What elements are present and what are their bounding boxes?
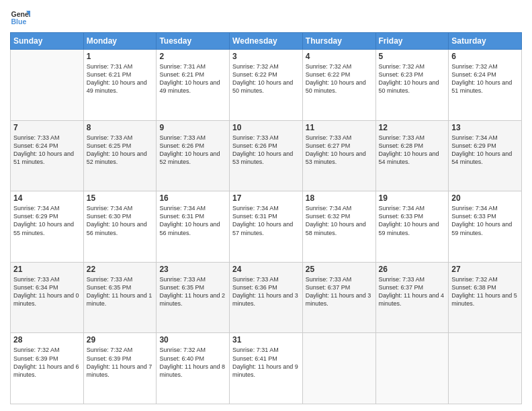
day-number: 10 — [232, 123, 300, 132]
day-cell: 28Sunrise: 7:32 AMSunset: 6:39 PMDayligh… — [11, 333, 84, 404]
day-info: Sunrise: 7:33 AMSunset: 6:26 PMDaylight:… — [159, 134, 226, 167]
day-number: 28 — [13, 335, 81, 345]
day-info: Sunrise: 7:32 AMSunset: 6:23 PMDaylight:… — [379, 62, 446, 95]
day-cell: 30Sunrise: 7:32 AMSunset: 6:40 PMDayligh… — [157, 333, 230, 404]
day-number: 13 — [451, 123, 519, 132]
day-number: 8 — [87, 123, 154, 132]
day-number: 22 — [87, 265, 154, 274]
day-cell: 7Sunrise: 7:33 AMSunset: 6:24 PMDaylight… — [11, 120, 84, 191]
day-info: Sunrise: 7:34 AMSunset: 6:29 PMDaylight:… — [13, 204, 81, 237]
day-cell: 17Sunrise: 7:34 AMSunset: 6:31 PMDayligh… — [230, 191, 303, 263]
day-number: 2 — [159, 52, 226, 61]
day-info: Sunrise: 7:33 AMSunset: 6:37 PMDaylight:… — [379, 275, 446, 308]
day-info: Sunrise: 7:34 AMSunset: 6:30 PMDaylight:… — [87, 204, 154, 237]
day-info: Sunrise: 7:33 AMSunset: 6:25 PMDaylight:… — [87, 134, 154, 167]
day-info: Sunrise: 7:34 AMSunset: 6:31 PMDaylight:… — [159, 204, 226, 237]
day-number: 3 — [232, 52, 300, 61]
day-cell: 16Sunrise: 7:34 AMSunset: 6:31 PMDayligh… — [157, 191, 230, 263]
week-row-1: 7Sunrise: 7:33 AMSunset: 6:24 PMDaylight… — [11, 120, 522, 191]
day-cell: 6Sunrise: 7:32 AMSunset: 6:24 PMDaylight… — [449, 50, 522, 121]
day-cell — [449, 333, 522, 404]
header: General Blue — [10, 7, 522, 27]
day-info: Sunrise: 7:33 AMSunset: 6:37 PMDaylight:… — [306, 275, 373, 308]
day-number: 6 — [451, 52, 519, 61]
day-number: 4 — [306, 52, 373, 61]
day-cell — [375, 333, 449, 404]
day-info: Sunrise: 7:33 AMSunset: 6:26 PMDaylight:… — [232, 134, 300, 167]
day-info: Sunrise: 7:33 AMSunset: 6:35 PMDaylight:… — [87, 275, 154, 308]
day-number: 30 — [159, 335, 226, 345]
day-info: Sunrise: 7:33 AMSunset: 6:28 PMDaylight:… — [379, 134, 446, 167]
day-number: 24 — [232, 265, 300, 274]
day-info: Sunrise: 7:31 AMSunset: 6:21 PMDaylight:… — [159, 62, 226, 95]
day-info: Sunrise: 7:32 AMSunset: 6:40 PMDaylight:… — [159, 346, 226, 379]
day-cell: 24Sunrise: 7:33 AMSunset: 6:36 PMDayligh… — [230, 262, 303, 333]
day-number: 31 — [232, 335, 300, 345]
col-header-wednesday: Wednesday — [230, 33, 303, 50]
day-cell: 2Sunrise: 7:31 AMSunset: 6:21 PMDaylight… — [157, 50, 230, 121]
day-info: Sunrise: 7:31 AMSunset: 6:21 PMDaylight:… — [87, 62, 154, 95]
day-cell: 12Sunrise: 7:33 AMSunset: 6:28 PMDayligh… — [375, 120, 449, 191]
calendar-table: SundayMondayTuesdayWednesdayThursdayFrid… — [10, 32, 522, 404]
day-info: Sunrise: 7:33 AMSunset: 6:35 PMDaylight:… — [159, 275, 226, 308]
day-cell: 31Sunrise: 7:31 AMSunset: 6:41 PMDayligh… — [230, 333, 303, 404]
col-header-saturday: Saturday — [449, 33, 522, 50]
day-number: 21 — [13, 265, 81, 274]
svg-text:Blue: Blue — [11, 17, 27, 26]
day-info: Sunrise: 7:31 AMSunset: 6:41 PMDaylight:… — [232, 346, 300, 379]
day-info: Sunrise: 7:32 AMSunset: 6:38 PMDaylight:… — [451, 275, 519, 308]
day-number: 15 — [87, 193, 154, 203]
day-number: 25 — [306, 265, 373, 274]
day-number: 11 — [306, 123, 373, 132]
day-number: 7 — [13, 123, 81, 132]
day-cell: 15Sunrise: 7:34 AMSunset: 6:30 PMDayligh… — [83, 191, 157, 263]
day-info: Sunrise: 7:32 AMSunset: 6:22 PMDaylight:… — [232, 62, 300, 95]
day-number: 26 — [379, 265, 446, 274]
day-cell: 3Sunrise: 7:32 AMSunset: 6:22 PMDaylight… — [230, 50, 303, 121]
day-info: Sunrise: 7:34 AMSunset: 6:33 PMDaylight:… — [451, 204, 519, 237]
day-info: Sunrise: 7:33 AMSunset: 6:24 PMDaylight:… — [13, 134, 81, 167]
day-info: Sunrise: 7:33 AMSunset: 6:36 PMDaylight:… — [232, 275, 300, 308]
day-cell: 20Sunrise: 7:34 AMSunset: 6:33 PMDayligh… — [449, 191, 522, 263]
day-cell: 21Sunrise: 7:33 AMSunset: 6:34 PMDayligh… — [11, 262, 84, 333]
week-row-4: 28Sunrise: 7:32 AMSunset: 6:39 PMDayligh… — [11, 333, 522, 404]
day-cell — [302, 333, 375, 404]
day-cell: 8Sunrise: 7:33 AMSunset: 6:25 PMDaylight… — [83, 120, 157, 191]
calendar-header-row: SundayMondayTuesdayWednesdayThursdayFrid… — [11, 33, 522, 50]
day-cell: 22Sunrise: 7:33 AMSunset: 6:35 PMDayligh… — [83, 262, 157, 333]
col-header-friday: Friday — [375, 33, 449, 50]
day-info: Sunrise: 7:32 AMSunset: 6:24 PMDaylight:… — [451, 62, 519, 95]
day-cell: 4Sunrise: 7:32 AMSunset: 6:22 PMDaylight… — [302, 50, 375, 121]
day-cell: 27Sunrise: 7:32 AMSunset: 6:38 PMDayligh… — [449, 262, 522, 333]
day-info: Sunrise: 7:33 AMSunset: 6:34 PMDaylight:… — [13, 275, 81, 308]
day-info: Sunrise: 7:32 AMSunset: 6:39 PMDaylight:… — [87, 346, 154, 379]
week-row-0: 1Sunrise: 7:31 AMSunset: 6:21 PMDaylight… — [11, 50, 522, 121]
day-info: Sunrise: 7:34 AMSunset: 6:31 PMDaylight:… — [232, 204, 300, 237]
day-cell: 25Sunrise: 7:33 AMSunset: 6:37 PMDayligh… — [302, 262, 375, 333]
day-cell: 18Sunrise: 7:34 AMSunset: 6:32 PMDayligh… — [302, 191, 375, 263]
day-number: 9 — [159, 123, 226, 132]
logo: General Blue — [10, 7, 30, 27]
page: General Blue SundayMondayTuesdayWednesda… — [0, 0, 532, 411]
day-cell: 5Sunrise: 7:32 AMSunset: 6:23 PMDaylight… — [375, 50, 449, 121]
day-number: 29 — [87, 335, 154, 345]
day-info: Sunrise: 7:33 AMSunset: 6:27 PMDaylight:… — [306, 134, 373, 167]
day-info: Sunrise: 7:32 AMSunset: 6:22 PMDaylight:… — [306, 62, 373, 95]
day-info: Sunrise: 7:32 AMSunset: 6:39 PMDaylight:… — [13, 346, 81, 379]
day-cell: 29Sunrise: 7:32 AMSunset: 6:39 PMDayligh… — [83, 333, 157, 404]
week-row-2: 14Sunrise: 7:34 AMSunset: 6:29 PMDayligh… — [11, 191, 522, 263]
week-row-3: 21Sunrise: 7:33 AMSunset: 6:34 PMDayligh… — [11, 262, 522, 333]
day-cell: 9Sunrise: 7:33 AMSunset: 6:26 PMDaylight… — [157, 120, 230, 191]
day-number: 12 — [379, 123, 446, 132]
col-header-sunday: Sunday — [11, 33, 84, 50]
day-number: 16 — [159, 193, 226, 203]
day-cell: 13Sunrise: 7:34 AMSunset: 6:29 PMDayligh… — [449, 120, 522, 191]
day-number: 1 — [87, 52, 154, 61]
day-info: Sunrise: 7:34 AMSunset: 6:29 PMDaylight:… — [451, 134, 519, 167]
day-number: 17 — [232, 193, 300, 203]
day-number: 5 — [379, 52, 446, 61]
day-cell: 1Sunrise: 7:31 AMSunset: 6:21 PMDaylight… — [83, 50, 157, 121]
col-header-tuesday: Tuesday — [157, 33, 230, 50]
day-cell: 26Sunrise: 7:33 AMSunset: 6:37 PMDayligh… — [375, 262, 449, 333]
day-info: Sunrise: 7:34 AMSunset: 6:33 PMDaylight:… — [379, 204, 446, 237]
